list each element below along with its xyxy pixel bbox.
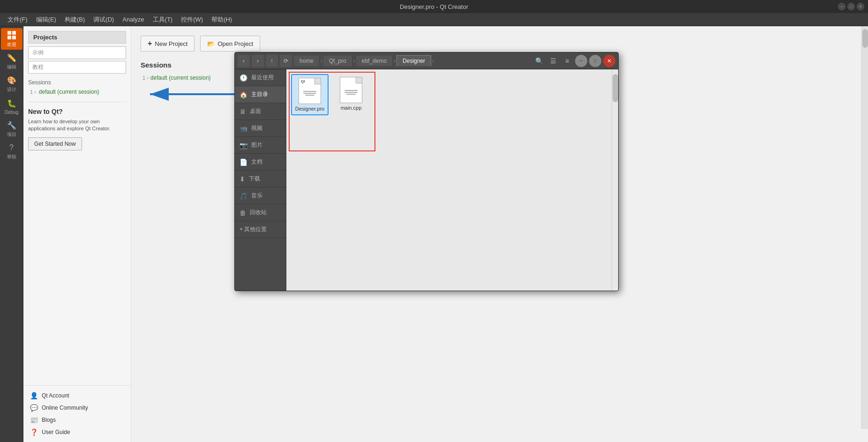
window-controls: ─ □ ✕ xyxy=(838,3,864,10)
help-icon: ? xyxy=(7,142,17,153)
menu-build[interactable]: 构建(B) xyxy=(61,14,89,25)
menu-file[interactable]: 文件(F) xyxy=(4,14,31,25)
dialog-body: 🕐 最近使用 🏠 主目录 🖥 桌面 📹 视频 xyxy=(235,69,618,291)
scrollbar-thumb[interactable] xyxy=(613,74,618,102)
toolbar-buttons: + New Project 📂 Open Project xyxy=(141,36,859,52)
menu-analyze[interactable]: Analyze xyxy=(119,15,148,24)
projects-title: Projects xyxy=(28,31,126,44)
new-to-qt-desc: Learn how to develop your own applicatio… xyxy=(28,118,126,133)
new-project-label: New Project xyxy=(155,40,187,47)
menu-bar: 文件(F) 编辑(E) 构建(B) 调试(D) Analyze 工具(T) 控件… xyxy=(0,13,868,26)
nav-documents[interactable]: 📄 文档 xyxy=(235,154,286,171)
dialog-back-button[interactable]: ‹ xyxy=(238,55,250,67)
main-container: 欢迎 ✏️ 编辑 🎨 设计 🐛 Debug 🔧 项目 ? 帮助 Projects… xyxy=(0,26,868,442)
dialog-reload-button[interactable]: ⟳ xyxy=(280,55,292,67)
file-line xyxy=(303,91,316,92)
dialog-search-button[interactable]: 🔍 xyxy=(533,55,545,67)
help-label: 帮助 xyxy=(7,154,16,160)
file-line xyxy=(303,93,316,94)
nav-music[interactable]: 🎵 音乐 xyxy=(235,187,286,204)
close-button[interactable]: ✕ xyxy=(857,3,864,10)
file-item-designer-pro[interactable]: Qt Designer.pro xyxy=(291,74,329,115)
menu-debug[interactable]: 调试(D) xyxy=(90,14,118,25)
sidebar-item-debug[interactable]: 🐛 Debug xyxy=(1,96,22,117)
welcome-icon xyxy=(7,30,17,40)
file-lines-1 xyxy=(303,91,316,96)
window-title: Designer.pro - Qt Creator xyxy=(400,3,468,10)
menu-controls[interactable]: 控件(W) xyxy=(177,14,207,25)
qt-account-link[interactable]: 👤 Qt Account xyxy=(28,390,126,402)
session-item[interactable]: 1 › default (current session) xyxy=(28,88,126,96)
documents-icon: 📄 xyxy=(239,158,247,166)
menu-help[interactable]: 帮助(H) xyxy=(208,14,236,25)
open-project-button[interactable]: 📂 Open Project xyxy=(200,36,260,52)
sidebar-item-design[interactable]: 🎨 设计 xyxy=(1,73,22,95)
breadcrumb-tabs: home › Qt_pro › ebf_demo › Designer › xyxy=(294,55,531,66)
main-scrollbar[interactable] xyxy=(861,26,868,429)
nav-documents-label: 文档 xyxy=(251,158,262,166)
sessions-label: Sessions xyxy=(28,79,126,86)
sessions-col-title: Sessions xyxy=(141,61,244,69)
svg-rect-1 xyxy=(12,31,16,35)
example-filter[interactable]: 示例 xyxy=(28,46,126,59)
sessions-column: Sessions 1 › default (current session) xyxy=(141,61,244,103)
sidebar-item-edit[interactable]: ✏️ 编辑 xyxy=(1,51,22,72)
welcome-label: 欢迎 xyxy=(7,41,16,48)
menu-edit[interactable]: 编辑(E) xyxy=(32,14,60,25)
breadcrumb-end: › xyxy=(431,58,435,64)
nav-recent[interactable]: 🕐 最近使用 xyxy=(235,69,286,86)
minimize-button[interactable]: ─ xyxy=(838,3,846,10)
breadcrumb-home[interactable]: home xyxy=(294,56,320,66)
dialog-view-toggle-button[interactable]: ☰ xyxy=(547,55,559,67)
svg-rect-2 xyxy=(7,36,11,39)
breadcrumb-designer[interactable]: Designer xyxy=(397,55,431,66)
nav-pictures-label: 图片 xyxy=(251,141,262,149)
breadcrumb-sep-2: › xyxy=(352,58,356,64)
sidebar-item-welcome[interactable]: 欢迎 xyxy=(1,28,22,50)
dialog-up-button[interactable]: ↑ xyxy=(266,55,278,67)
breadcrumb-ebf-demo[interactable]: ebf_demo xyxy=(356,56,393,66)
file-line xyxy=(346,94,356,95)
nav-trash[interactable]: 🗑 回收站 xyxy=(235,204,286,221)
community-icon: 💬 xyxy=(30,404,38,412)
right-scrollbar[interactable] xyxy=(612,69,618,291)
get-started-button[interactable]: Get Started Now xyxy=(28,137,82,150)
nav-other[interactable]: + 其他位置 xyxy=(235,221,286,238)
breadcrumb-qt-pro[interactable]: Qt_pro xyxy=(323,56,352,66)
new-to-qt-section: New to Qt? Learn how to develop your own… xyxy=(28,102,126,150)
nav-video-label: 视频 xyxy=(251,124,262,132)
session-default[interactable]: 1 › default (current session) xyxy=(141,74,244,82)
projects-label: 项目 xyxy=(7,131,16,138)
nav-video[interactable]: 📹 视频 xyxy=(235,120,286,137)
main-scrollbar-thumb[interactable] xyxy=(862,29,868,48)
user-guide-icon: ❓ xyxy=(30,428,38,436)
user-guide-link[interactable]: ❓ User Guide xyxy=(28,426,126,438)
maximize-button[interactable]: □ xyxy=(847,3,855,10)
file-lines-2 xyxy=(344,90,358,95)
sidebar-item-projects[interactable]: 🔧 项目 xyxy=(1,118,22,140)
downloads-icon: ⬇ xyxy=(239,175,245,183)
account-label: Qt Account xyxy=(42,392,69,399)
community-link[interactable]: 💬 Online Community xyxy=(28,402,126,414)
dialog-minimize-button[interactable]: ─ xyxy=(575,55,587,67)
nav-desktop[interactable]: 🖥 桌面 xyxy=(235,103,286,120)
session-name: default (current session) xyxy=(150,75,211,81)
nav-pictures[interactable]: 📷 图片 xyxy=(235,137,286,154)
dialog-menu-button[interactable]: ≡ xyxy=(561,55,573,67)
nav-trash-label: 回收站 xyxy=(250,209,267,217)
dialog-forward-button[interactable]: › xyxy=(252,55,264,67)
dialog-maximize-button[interactable]: □ xyxy=(589,55,601,67)
session-number: 1 › default (current session) xyxy=(30,89,99,95)
file-item-main-cpp[interactable]: main.cpp xyxy=(332,74,370,115)
sidebar-item-help[interactable]: ? 帮助 xyxy=(1,141,22,162)
music-icon: 🎵 xyxy=(239,192,247,200)
dialog-close-button[interactable]: ✕ xyxy=(603,55,615,67)
nav-home[interactable]: 🏠 主目录 xyxy=(235,86,286,103)
tutorial-filter[interactable]: 教程 xyxy=(28,61,126,74)
menu-tools[interactable]: 工具(T) xyxy=(149,14,177,25)
blogs-link[interactable]: 📰 Blogs xyxy=(28,414,126,426)
new-project-button[interactable]: + New Project xyxy=(141,36,195,52)
nav-downloads[interactable]: ⬇ 下载 xyxy=(235,171,286,187)
file-line xyxy=(305,95,314,96)
dialog-left-nav: 🕐 最近使用 🏠 主目录 🖥 桌面 📹 视频 xyxy=(235,69,286,291)
